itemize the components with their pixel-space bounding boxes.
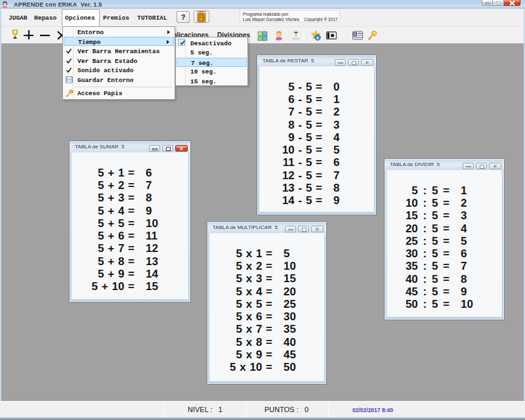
svg-text:e: e bbox=[316, 35, 319, 40]
